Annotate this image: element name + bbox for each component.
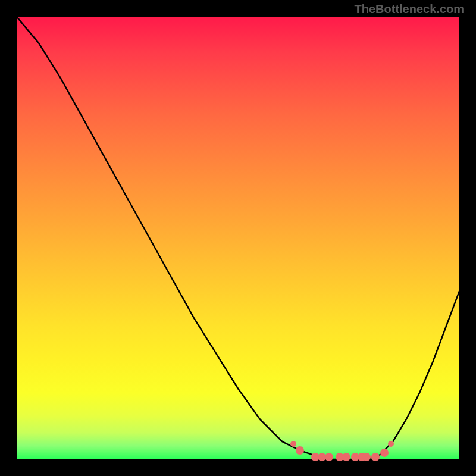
- optimal-range-markers: [17, 17, 459, 459]
- optimal-marker: [388, 441, 394, 447]
- optimal-marker: [380, 449, 389, 457]
- optimal-marker: [371, 453, 380, 461]
- optimal-marker: [362, 453, 371, 461]
- watermark-text: TheBottleneck.com: [355, 2, 464, 16]
- chart-plot-area: [17, 17, 459, 459]
- optimal-marker: [290, 441, 296, 447]
- optimal-marker: [325, 453, 333, 461]
- optimal-marker: [296, 446, 304, 455]
- optimal-marker: [342, 453, 350, 461]
